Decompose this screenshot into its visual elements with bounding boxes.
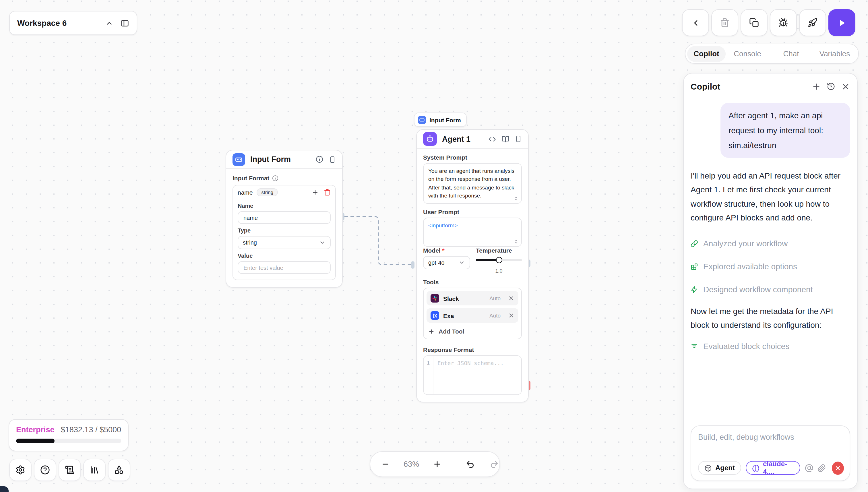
knowledge-button[interactable] — [83, 459, 105, 481]
add-tool-label: Add Tool — [439, 328, 464, 335]
blocks-library-button[interactable] — [108, 459, 130, 481]
schema-field-card: name string Name Type string — [232, 185, 336, 280]
type-select[interactable]: string — [238, 236, 331, 249]
input-format-label: Input Format — [232, 174, 269, 181]
logs-button[interactable] — [58, 459, 81, 481]
zoom-level: 63% — [403, 460, 419, 468]
temperature-slider[interactable]: 1.0 — [476, 259, 522, 261]
new-chat-icon[interactable] — [812, 82, 821, 91]
model-selector[interactable]: claude-4.... — [746, 461, 800, 475]
remove-tool-icon[interactable] — [508, 295, 514, 301]
delete-field-icon[interactable] — [324, 189, 331, 195]
debug-button[interactable] — [770, 9, 797, 36]
tool-row-slack[interactable]: Slack Auto — [426, 291, 518, 305]
remove-tool-icon[interactable] — [508, 312, 514, 319]
run-button[interactable] — [828, 9, 855, 36]
resize-icon[interactable] — [514, 239, 518, 244]
name-input[interactable] — [238, 211, 331, 224]
deploy-button[interactable] — [799, 9, 826, 36]
trash-icon — [720, 18, 730, 28]
response-format-label: Response Format — [423, 346, 522, 353]
status-row[interactable]: Evaluated block choices — [691, 339, 850, 353]
node-input-form-chip[interactable]: Input Form — [414, 113, 467, 127]
brain-icon — [752, 464, 760, 472]
value-input[interactable] — [238, 261, 331, 274]
node-agent-1[interactable]: Agent 1 System Prompt You are an agent t… — [416, 129, 529, 402]
type-value: string — [243, 239, 257, 246]
model-value: gpt-4o — [428, 260, 445, 266]
undo-button[interactable] — [466, 460, 475, 469]
workspace-selector[interactable]: Workspace 6 — [9, 11, 137, 35]
status-list: Evaluated block choices — [691, 339, 850, 353]
temperature-value: 1.0 — [495, 268, 502, 274]
right-panel-tabs: Copilot Console Chat Variables — [685, 44, 859, 64]
smartphone-icon[interactable] — [515, 136, 522, 142]
code-icon[interactable] — [489, 135, 496, 143]
plan-name: Enterprise — [16, 425, 54, 434]
smartphone-icon[interactable] — [329, 156, 336, 163]
field-type-badge: string — [257, 188, 278, 196]
help-button[interactable] — [34, 459, 56, 481]
delete-button[interactable] — [711, 9, 738, 36]
info-icon[interactable] — [272, 175, 278, 181]
mode-selector[interactable]: Agent — [698, 461, 741, 475]
attachment-icon[interactable] — [817, 464, 826, 472]
add-tool-button[interactable]: Add Tool — [426, 325, 518, 336]
json-schema-placeholder[interactable]: Enter JSON schema... — [433, 356, 521, 394]
chevron-up-icon[interactable] — [106, 19, 113, 27]
usage-card[interactable]: Enterprise $1832.13 / $5000 — [8, 419, 129, 451]
assistant-message: I'll help you add an API request block a… — [691, 169, 850, 224]
zoom-out-button[interactable] — [381, 460, 390, 468]
tab-copilot[interactable]: Copilot — [687, 46, 726, 62]
chevron-down-icon — [319, 239, 325, 246]
back-button[interactable] — [682, 9, 709, 36]
status-row[interactable]: Analyzed your workflow — [691, 237, 850, 250]
chevron-down-icon — [459, 260, 465, 266]
history-icon[interactable] — [827, 82, 835, 91]
bug-icon — [778, 18, 788, 28]
redo-button[interactable] — [490, 460, 499, 469]
rocket-icon — [808, 18, 817, 28]
status-row[interactable]: Explored available options — [691, 260, 850, 273]
info-icon[interactable] — [316, 155, 323, 163]
tab-console[interactable]: Console — [726, 49, 769, 58]
response-format-editor[interactable]: 1 Enter JSON schema... — [423, 355, 522, 395]
model-label: Model — [423, 247, 441, 254]
tab-variables[interactable]: Variables — [813, 49, 857, 58]
chip-label: Input Form — [429, 116, 461, 123]
tool-row-exa[interactable]: Exa Auto — [426, 308, 518, 323]
node-input-form[interactable]: Input Form Input Format name string — [226, 150, 343, 288]
value-input-field[interactable] — [243, 264, 325, 271]
slider-knob[interactable] — [496, 257, 502, 263]
mention-icon[interactable] — [805, 464, 814, 472]
usage-progress-fill — [16, 439, 54, 443]
system-prompt-text: You are an agent that runs analysis on t… — [428, 168, 514, 199]
tool-mode[interactable]: Auto — [489, 295, 501, 301]
x-icon — [835, 465, 841, 471]
status-row[interactable]: Designed workflow component — [691, 282, 850, 296]
model-select[interactable]: gpt-4o — [423, 256, 470, 269]
copilot-input-placeholder[interactable]: Build, edit, debug workflows — [698, 433, 843, 441]
resize-icon[interactable] — [514, 196, 518, 201]
tab-chat[interactable]: Chat — [769, 49, 813, 58]
close-icon[interactable] — [841, 82, 850, 91]
name-input-field[interactable] — [243, 215, 325, 221]
workspace-name: Workspace 6 — [17, 18, 67, 28]
system-prompt-textarea[interactable]: You are an agent that runs analysis on t… — [423, 163, 522, 204]
tool-mode[interactable]: Auto — [489, 312, 501, 319]
zoom-in-button[interactable] — [433, 460, 442, 468]
field-name: name — [238, 189, 253, 195]
app-stage: Workspace 6 C — [0, 0, 868, 492]
stop-button[interactable] — [832, 461, 844, 474]
book-open-icon[interactable] — [502, 135, 509, 143]
chevron-left-icon — [691, 18, 700, 27]
add-field-icon[interactable] — [312, 189, 319, 195]
copilot-input-card[interactable]: Build, edit, debug workflows Agent claud… — [691, 425, 850, 481]
panel-left-icon[interactable] — [121, 19, 129, 27]
package-icon — [704, 464, 712, 472]
duplicate-button[interactable] — [741, 9, 768, 36]
line-number: 1 — [424, 356, 433, 394]
settings-button[interactable] — [9, 459, 31, 481]
value-label: Value — [238, 253, 331, 259]
user-prompt-textarea[interactable]: <inputform> — [423, 218, 522, 247]
